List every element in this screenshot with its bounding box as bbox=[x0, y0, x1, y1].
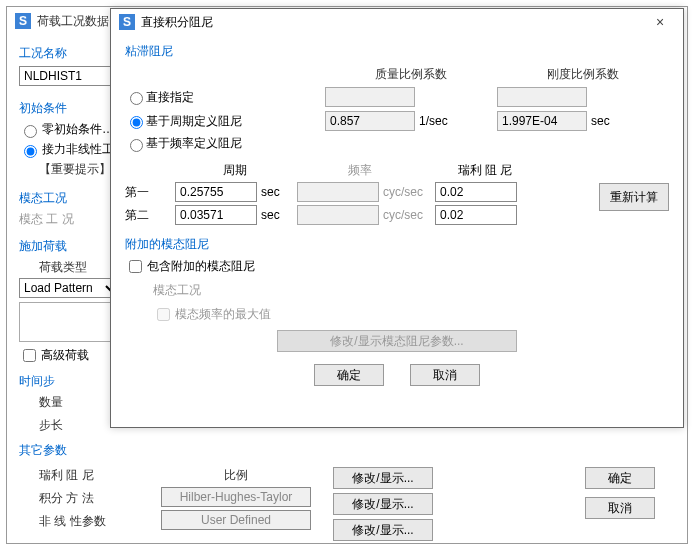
by-period-radio[interactable] bbox=[130, 116, 143, 129]
by-freq-radio[interactable] bbox=[130, 139, 143, 152]
other-legend: 其它参数 bbox=[19, 442, 169, 459]
direct-mass-box bbox=[325, 87, 415, 107]
modal-title: 直接积分阻尼 bbox=[141, 14, 645, 31]
integration-value: Hilber-Hughes-Taylor bbox=[161, 487, 311, 507]
freq-col-header: 频率 bbox=[295, 162, 425, 179]
load-list[interactable] bbox=[19, 302, 119, 342]
period-col-header: 周期 bbox=[175, 162, 295, 179]
damping-dialog: S 直接积分阻尼 × 粘滞阻尼 质量比例系数 刚度比例系数 直接指定 基于周期定… bbox=[110, 8, 684, 428]
period1-input[interactable] bbox=[175, 182, 257, 202]
nonlinear-label: 非 线 性参数 bbox=[39, 513, 139, 530]
modal-cancel-button[interactable]: 取消 bbox=[410, 364, 480, 386]
modal-app-icon: S bbox=[119, 14, 135, 30]
viscous-legend: 粘滞阻尼 bbox=[125, 43, 669, 60]
rayleigh1-input[interactable] bbox=[435, 182, 517, 202]
integration-label: 积分 方 法 bbox=[39, 490, 139, 507]
nonlinear-value: User Defined bbox=[161, 510, 311, 530]
add-damp-legend: 附加的模态阻尼 bbox=[125, 236, 669, 253]
bg-ok-button[interactable]: 确定 bbox=[585, 467, 655, 489]
modify-rayleigh-button[interactable]: 修改/显示... bbox=[333, 467, 433, 489]
freq2-box bbox=[297, 205, 379, 225]
freq1-box bbox=[297, 182, 379, 202]
load-pattern-select[interactable]: Load Pattern bbox=[19, 278, 119, 298]
direct-radio[interactable] bbox=[130, 92, 143, 105]
period-stiff-value: 1.997E-04 bbox=[497, 111, 587, 131]
other-params-area: 瑞利 阻 尼 积分 方 法 非 线 性参数 比例 Hilber-Hughes-T… bbox=[19, 467, 675, 541]
ratio-label: 比例 bbox=[151, 467, 321, 484]
rayleigh-col-header: 瑞利 阻 尼 bbox=[425, 162, 545, 179]
rayleigh-label: 瑞利 阻 尼 bbox=[39, 467, 139, 484]
bg-cancel-button[interactable]: 取消 bbox=[585, 497, 655, 519]
modal-ok-button[interactable]: 确定 bbox=[314, 364, 384, 386]
modal-case-label2: 模态工况 bbox=[153, 282, 669, 299]
modify-nonlinear-button[interactable]: 修改/显示... bbox=[333, 519, 433, 541]
modify-modal-damp-button: 修改/显示模态阻尼参数... bbox=[277, 330, 517, 352]
direct-stiff-box bbox=[497, 87, 587, 107]
mass-coef-header: 质量比例系数 bbox=[325, 66, 497, 83]
period-mass-value: 0.857 bbox=[325, 111, 415, 131]
modal-titlebar: S 直接积分阻尼 × bbox=[111, 9, 683, 35]
modal-close-button[interactable]: × bbox=[645, 8, 675, 36]
rayleigh2-input[interactable] bbox=[435, 205, 517, 225]
period2-input[interactable] bbox=[175, 205, 257, 225]
max-freq-check: 模态频率的最大值 bbox=[153, 305, 669, 324]
case-name-input[interactable] bbox=[19, 66, 114, 86]
modify-integration-button[interactable]: 修改/显示... bbox=[333, 493, 433, 515]
recalc-button[interactable]: 重新计算 bbox=[599, 183, 669, 211]
include-modal-check[interactable]: 包含附加的模态阻尼 bbox=[125, 257, 669, 276]
app-icon: S bbox=[15, 13, 31, 29]
stiff-coef-header: 刚度比例系数 bbox=[497, 66, 669, 83]
row1-label: 第一 bbox=[125, 184, 171, 201]
row2-label: 第二 bbox=[125, 207, 171, 224]
